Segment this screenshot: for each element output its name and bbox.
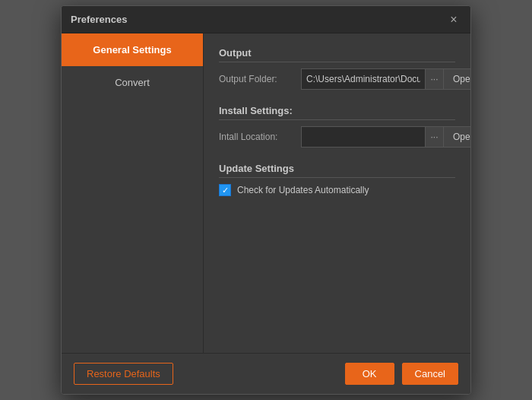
ok-button[interactable]: OK: [345, 363, 394, 385]
update-section: Update Settings ✓ Check for Updates Auto…: [219, 163, 455, 196]
update-section-title: Update Settings: [219, 163, 455, 178]
cancel-button[interactable]: Cancel: [402, 363, 458, 385]
title-bar: Preferences ×: [62, 6, 470, 33]
output-folder-dots-button[interactable]: ···: [425, 68, 443, 90]
update-checkbox-row: ✓ Check for Updates Automatically: [219, 184, 455, 196]
sidebar-item-general-settings[interactable]: General Settings: [62, 33, 203, 66]
install-location-dots-button[interactable]: ···: [425, 126, 443, 148]
update-checkbox[interactable]: ✓: [219, 184, 231, 196]
output-folder-input[interactable]: [301, 68, 425, 90]
output-folder-input-group: ··· Open: [301, 68, 470, 90]
output-folder-label: Output Folder:: [219, 74, 301, 84]
dialog-footer: Restore Defaults OK Cancel: [62, 353, 470, 394]
dialog-title: Preferences: [71, 14, 127, 25]
install-section-title: Install Settings:: [219, 105, 455, 120]
sidebar-item-convert[interactable]: Convert: [62, 66, 203, 99]
output-folder-open-button[interactable]: Open: [443, 68, 470, 90]
footer-left: Restore Defaults: [74, 363, 173, 385]
output-folder-row: Output Folder: ··· Open: [219, 68, 455, 90]
restore-defaults-button[interactable]: Restore Defaults: [74, 363, 173, 385]
close-button[interactable]: ×: [446, 12, 461, 27]
install-location-open-button[interactable]: Open: [443, 126, 470, 148]
install-location-label: Intall Location:: [219, 132, 301, 142]
install-location-row: Intall Location: ··· Open: [219, 126, 455, 148]
sidebar: General Settings Convert: [62, 33, 204, 353]
output-section-title: Output: [219, 47, 455, 62]
install-section: Install Settings: Intall Location: ··· O…: [219, 105, 455, 148]
update-checkbox-label: Check for Updates Automatically: [237, 185, 369, 195]
main-content: Output Output Folder: ··· Open Install S…: [204, 33, 470, 353]
install-location-input-group: ··· Open: [301, 126, 470, 148]
footer-right: OK Cancel: [345, 363, 458, 385]
checkmark-icon: ✓: [222, 186, 229, 195]
preferences-dialog: Preferences × General Settings Convert O…: [61, 5, 471, 395]
install-location-input[interactable]: [301, 126, 425, 148]
dialog-body: General Settings Convert Output Output F…: [62, 33, 470, 353]
